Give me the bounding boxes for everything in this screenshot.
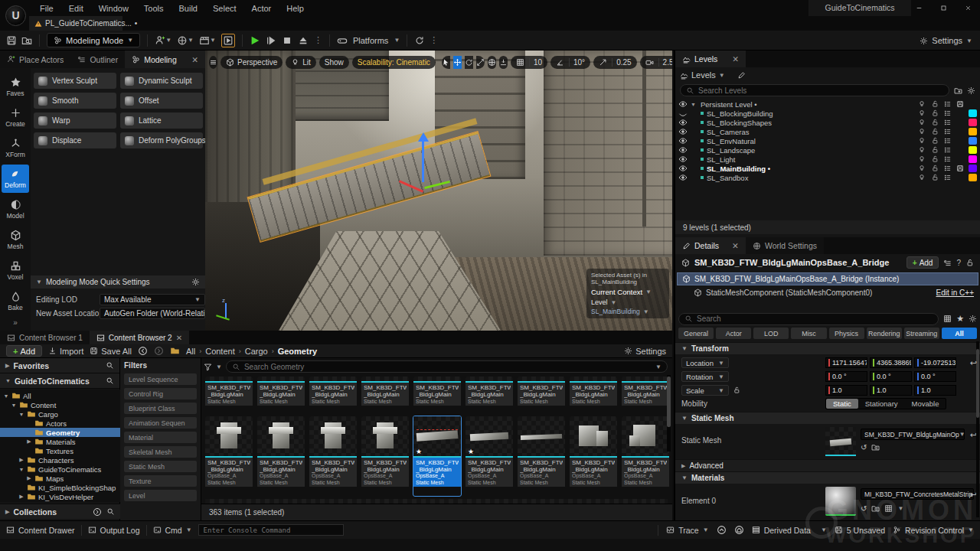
mobility-static[interactable]: Static	[826, 399, 858, 409]
tree-item-ki-visdevhelper[interactable]: ▶KI_VisDevHelper	[0, 492, 120, 501]
eye-icon[interactable]	[678, 136, 688, 145]
close-button[interactable]	[956, 0, 980, 16]
play-options-kebab[interactable]: ⋮	[314, 35, 322, 45]
rail-item-mesh[interactable]: Mesh	[2, 226, 29, 254]
details-icon[interactable]	[944, 165, 952, 172]
details-icon[interactable]	[944, 174, 952, 181]
level-row-sl-light[interactable]: SL_Light	[675, 155, 980, 164]
advanced-section-header[interactable]: ▶Advanced	[675, 459, 980, 471]
project-header[interactable]: ▼ GuideToCinematics	[0, 373, 119, 389]
menu-build[interactable]: Build	[172, 4, 205, 13]
menu-select[interactable]: Select	[205, 4, 244, 13]
asset-tile-clipped[interactable]: SM_KB3D_FTW_BldgLgMainStatic Mesh	[205, 377, 253, 412]
lock-icon[interactable]	[931, 155, 939, 163]
level-row-sl-mainbuilding-[interactable]: SL_MainBuilding •	[675, 164, 980, 173]
browse-icon[interactable]	[21, 35, 32, 46]
revision-control-dropdown[interactable]: Revision Control▼	[893, 526, 974, 535]
tree-item-geometry[interactable]: Geometry	[0, 428, 120, 437]
viewport-menu-button[interactable]	[209, 56, 217, 69]
material-dropdown[interactable]: MI_KB3D_FTW_ConcretesMetalStripe	[861, 488, 974, 500]
rail-item-model[interactable]: Model	[2, 195, 29, 223]
rail-item-faves[interactable]: Faves	[2, 73, 29, 101]
breadcrumb-all[interactable]: All	[186, 347, 195, 356]
tool-dynamic-sculpt[interactable]: Dynamic Sculpt	[120, 73, 203, 89]
level-value-dropdown[interactable]: SL_MainBuilding▼	[591, 308, 665, 315]
lock-icon[interactable]	[931, 100, 939, 108]
minimize-button[interactable]	[906, 0, 931, 16]
materials-section-header[interactable]: ▼Materials	[675, 471, 980, 484]
eye-icon[interactable]	[678, 118, 688, 127]
rotation-z-field[interactable]: 0.0 °	[914, 371, 956, 382]
lighting-icon[interactable]	[918, 155, 926, 163]
output-log-button[interactable]: Output Log	[88, 526, 140, 535]
scalability-warning[interactable]: Scalability: Cinematic	[352, 56, 436, 69]
cmd-dropdown[interactable]: Cmd ▼	[153, 526, 192, 535]
snapshot-icon[interactable]	[734, 525, 744, 535]
tree-item-all[interactable]: ▼All	[0, 391, 120, 400]
levels-dropdown[interactable]: Levels ▼	[680, 70, 725, 80]
scale-z-field[interactable]: 1.0	[914, 385, 956, 396]
level-color-swatch[interactable]	[969, 128, 977, 135]
tree-item-content[interactable]: ▼Content	[0, 400, 120, 409]
level-color-swatch[interactable]	[969, 155, 977, 163]
favorites-star-icon[interactable]: ★	[956, 314, 964, 324]
tree-item-actors[interactable]: Actors	[0, 419, 120, 428]
lighting-icon[interactable]	[918, 109, 926, 117]
add-collection-icon[interactable]	[93, 507, 102, 517]
tool-lattice[interactable]: Lattice	[120, 112, 203, 129]
menu-file[interactable]: File	[32, 4, 61, 13]
toolbar-kebab[interactable]: ⋮	[430, 35, 438, 45]
transform-section-header[interactable]: ▼Transform	[675, 342, 980, 354]
play-mode-button[interactable]	[221, 34, 235, 47]
tab-place-actors[interactable]: Place Actors	[0, 51, 70, 68]
mobility-movable[interactable]: Movable	[905, 399, 946, 409]
eye-icon[interactable]	[678, 127, 688, 136]
lighting-icon[interactable]	[918, 165, 926, 172]
tab-world-settings[interactable]: World Settings	[746, 237, 824, 254]
menu-help[interactable]: Help	[279, 4, 312, 13]
tab-details[interactable]: Details ✕	[675, 237, 746, 254]
eye-closed-icon[interactable]	[678, 109, 688, 118]
asset-tile-clipped[interactable]: SM_KB3D_FTW_BldgLgMainStatic Mesh	[309, 377, 357, 412]
details-icon[interactable]	[944, 100, 952, 108]
details-icon[interactable]	[944, 155, 952, 163]
favorites-header[interactable]: ▶ Favorites	[0, 358, 119, 373]
details-filter-lod[interactable]: LOD	[753, 328, 789, 339]
tool-warp[interactable]: Warp	[34, 112, 116, 129]
insights-icon[interactable]	[717, 525, 727, 535]
move-tool[interactable]	[453, 56, 462, 69]
details-icon[interactable]	[944, 109, 952, 117]
rail-expand-button[interactable]: »	[13, 318, 18, 327]
eye-icon[interactable]	[678, 173, 688, 182]
tree-item-ki-simpleblockingshap[interactable]: KI_SimpleBlockingShap	[0, 483, 120, 492]
breadcrumb-cargo[interactable]: Cargo	[245, 347, 268, 356]
lock-icon[interactable]	[931, 174, 939, 181]
lighting-icon[interactable]	[918, 100, 926, 108]
tab-modeling[interactable]: Modeling ✕	[125, 51, 205, 68]
asset-tile-clipped[interactable]: SM_KB3D_FTW_BldgLgMainStatic Mesh	[257, 377, 305, 412]
details-icon[interactable]	[944, 137, 952, 145]
save-icon[interactable]	[6, 35, 17, 46]
console-command-input[interactable]	[198, 524, 344, 536]
cinematics-button[interactable]: ▼	[199, 35, 216, 46]
scale-snap-control[interactable]: 0.25	[593, 56, 636, 69]
expand-arrow[interactable]: ▼	[691, 102, 697, 107]
perspective-dropdown[interactable]: Perspective	[220, 56, 283, 69]
eye-icon[interactable]	[678, 155, 688, 164]
details-search[interactable]	[678, 313, 939, 325]
tree-item-guidetocinematics[interactable]: ▼GuideToCinematics	[0, 465, 120, 474]
level-row-sl-cameras[interactable]: SL_Cameras	[675, 127, 980, 136]
search-icon[interactable]	[106, 377, 114, 385]
level-row-sl-landscape[interactable]: SL_Landscape	[675, 145, 980, 155]
scale-tool[interactable]	[476, 56, 485, 69]
trace-dropdown[interactable]: Trace▼	[666, 526, 708, 535]
level-row-persistent-level-[interactable]: ▼Persistent Level •	[675, 99, 980, 109]
level-color-swatch[interactable]	[969, 174, 977, 181]
edit-level-icon[interactable]	[737, 71, 746, 80]
save-all-button[interactable]: Save All	[90, 347, 132, 356]
details-filter-general[interactable]: General	[678, 328, 714, 339]
lighting-icon[interactable]	[918, 174, 926, 181]
rail-item-xform[interactable]: XForm	[2, 134, 29, 162]
asset-tile-7[interactable]: SM_KB3D_FTW_BldgLgMainOpsBase_AStatic Me…	[518, 416, 565, 496]
rotate-tool[interactable]	[465, 56, 473, 69]
